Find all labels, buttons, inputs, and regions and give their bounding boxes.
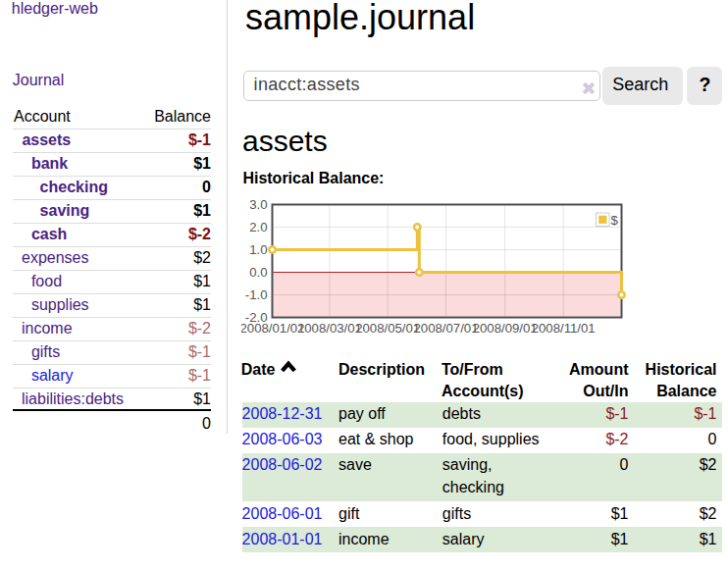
- svg-text:2008/07/01: 2008/07/01: [413, 320, 478, 335]
- svg-text:2008/01/01: 2008/01/01: [241, 320, 305, 335]
- svg-text:$: $: [611, 213, 619, 228]
- svg-text:2008/05/01: 2008/05/01: [355, 320, 420, 335]
- svg-text:0.0: 0.0: [249, 265, 267, 280]
- svg-text:3.0: 3.0: [249, 197, 267, 212]
- svg-text:-1.0: -1.0: [245, 287, 268, 302]
- svg-text:2008/09/01: 2008/09/01: [473, 320, 538, 335]
- svg-text:2008/03/01: 2008/03/01: [297, 320, 362, 335]
- svg-text:2.0: 2.0: [249, 220, 267, 234]
- svg-text:1.0: 1.0: [249, 242, 267, 257]
- svg-text:2008/11/01: 2008/11/01: [532, 320, 596, 335]
